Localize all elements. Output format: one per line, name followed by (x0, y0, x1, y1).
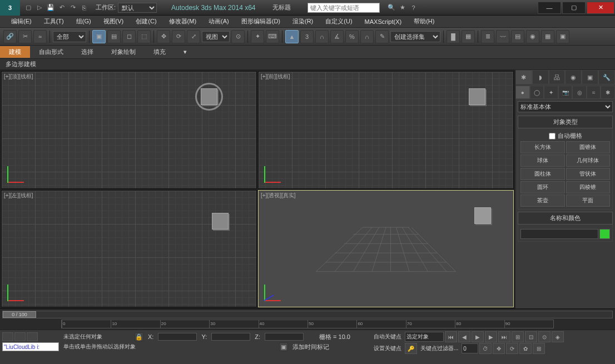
color-swatch[interactable] (599, 229, 610, 239)
open-icon[interactable]: ▷ (34, 3, 44, 13)
nav8[interactable]: ⊞ (533, 343, 545, 354)
next-frame[interactable]: ▶ (485, 331, 497, 342)
curve-editor-tool[interactable]: 〰 (496, 30, 509, 43)
menu-创建(C)[interactable]: 创建(C) (130, 16, 162, 27)
create-几何球体[interactable]: 几何球体 (566, 154, 611, 167)
autogrid-checkbox[interactable] (549, 133, 556, 139)
create-四棱锥[interactable]: 四棱锥 (566, 181, 611, 193)
selection-filter[interactable]: 全部 (53, 31, 86, 42)
menu-组(G)[interactable]: 组(G) (71, 16, 97, 27)
redo-icon[interactable]: ↷ (68, 3, 78, 13)
time-slider[interactable]: 0 / 100 (2, 311, 613, 318)
nav4[interactable]: ◈ (552, 331, 564, 342)
create-平面[interactable]: 平面 (566, 195, 611, 207)
z-coord[interactable] (265, 333, 304, 341)
scale-tool[interactable]: ⤢ (187, 30, 200, 43)
move-tool[interactable]: ✥ (157, 30, 170, 43)
sel-obj-input[interactable] (405, 332, 444, 342)
binoculars-icon[interactable]: 🔍 (386, 3, 396, 13)
save-icon[interactable]: 💾 (46, 3, 56, 13)
menu-帮助(H)[interactable]: 帮助(H) (408, 16, 440, 27)
rollout-objtype[interactable]: 对象类型 (518, 116, 613, 128)
ribbon-dropdown-icon[interactable]: ▾ (175, 47, 196, 57)
ribbon-tab[interactable]: 选择 (72, 46, 102, 58)
modify-tab[interactable]: ◗ (532, 70, 549, 84)
key-icon[interactable]: 🔑 (405, 343, 417, 354)
percent-tool[interactable]: % (345, 30, 359, 43)
select-name-tool[interactable]: ▤ (107, 30, 121, 43)
create-圆锥体[interactable]: 圆锥体 (566, 141, 611, 153)
time-config[interactable]: ⏱ (479, 343, 492, 354)
time-thumb[interactable]: 0 / 100 (3, 311, 36, 318)
marker-icon[interactable]: ▣ (279, 342, 288, 351)
nav3[interactable]: ⊙ (538, 331, 550, 342)
pivot-tool[interactable]: ⊙ (231, 30, 245, 43)
unlink-tool[interactable]: ✂ (18, 30, 32, 43)
nav2[interactable]: ⊡ (525, 331, 537, 342)
viewport-perspective[interactable]: [+][透视][真实] (258, 190, 514, 308)
keyboard-tool[interactable]: ⌨ (266, 30, 279, 43)
named-sel-set[interactable]: 创建选择集 (390, 31, 440, 42)
window-cross-tool[interactable]: ⬚ (137, 30, 151, 43)
menu-工具(T)[interactable]: 工具(T) (38, 16, 70, 27)
create-圆环[interactable]: 圆环 (520, 181, 565, 193)
schematic-tool[interactable]: ▤ (511, 30, 524, 43)
menu-编辑(E)[interactable]: 编辑(E) (6, 16, 37, 27)
rect-select-tool[interactable]: ◻ (122, 30, 136, 43)
new-icon[interactable]: ▢ (23, 3, 33, 13)
nav6[interactable]: ⟳ (506, 343, 518, 354)
menu-自定义(U)[interactable]: 自定义(U) (320, 16, 358, 27)
layers-tool[interactable]: ≣ (481, 30, 494, 43)
link-tool[interactable]: 🔗 (3, 30, 17, 43)
track-ruler[interactable]: 0102030405060708090100 (61, 320, 554, 328)
undo-icon[interactable]: ↶ (57, 3, 67, 13)
lights-subtab[interactable]: ✦ (544, 86, 558, 99)
script-listener[interactable] (2, 342, 59, 351)
viewport-top[interactable]: [+][顶][线框] (1, 71, 257, 189)
spacewarps-subtab[interactable]: ≈ (587, 86, 601, 99)
cameras-subtab[interactable]: 📷 (558, 86, 573, 99)
edit-named-sel[interactable]: ✎ (375, 30, 389, 43)
lock-icon[interactable]: 🔒 (135, 332, 143, 341)
create-长方体[interactable]: 长方体 (520, 141, 565, 153)
magnet-tool[interactable]: ∩ (360, 30, 374, 43)
render-setup-tool[interactable]: ▦ (541, 30, 554, 43)
mini-icon[interactable] (2, 332, 13, 341)
play[interactable]: ▶ (472, 331, 484, 342)
link-icon[interactable]: ⎘ (79, 3, 89, 13)
spinner-snap[interactable]: ∡ (330, 30, 344, 43)
material-tool[interactable]: ◉ (526, 30, 539, 43)
viewport-left[interactable]: [+][左][线框] (1, 190, 257, 308)
create-管状体[interactable]: 管状体 (566, 168, 611, 180)
menu-MAXScript(X)[interactable]: MAXScript(X) (359, 17, 408, 26)
mini-icon[interactable] (27, 332, 38, 341)
bind-tool[interactable]: ≈ (33, 30, 47, 43)
menu-修改器(M)[interactable]: 修改器(M) (163, 16, 202, 27)
menu-视图(V)[interactable]: 视图(V) (98, 16, 130, 27)
minimize-button[interactable]: — (538, 2, 561, 14)
systems-subtab[interactable]: ✱ (601, 86, 615, 99)
nav7[interactable]: ✿ (519, 343, 532, 354)
select-tool[interactable]: ▣ (92, 30, 106, 43)
goto-end[interactable]: ⏭ (498, 331, 510, 342)
menu-图形编辑器(D)[interactable]: 图形编辑器(D) (236, 16, 286, 27)
create-茶壶[interactable]: 茶壶 (520, 195, 565, 207)
create-球体[interactable]: 球体 (520, 154, 565, 167)
hierarchy-tab[interactable]: 品 (549, 70, 566, 84)
search-input[interactable] (308, 3, 380, 13)
percent-snap[interactable]: ∩ (315, 30, 329, 43)
object-name-input[interactable] (520, 229, 598, 239)
helpers-subtab[interactable]: ◎ (572, 86, 587, 99)
rotate-tool[interactable]: ⟳ (172, 30, 185, 43)
ribbon-tab[interactable]: 自由形式 (30, 46, 72, 58)
help-icon[interactable]: ? (409, 3, 419, 13)
create-圆柱体[interactable]: 圆柱体 (520, 168, 565, 180)
menu-动画(A)[interactable]: 动画(A) (203, 16, 235, 27)
create-tab[interactable]: ✱ (515, 70, 532, 84)
shapes-subtab[interactable]: ◯ (530, 86, 544, 99)
ribbon-sub[interactable]: 多边形建模 (0, 59, 615, 70)
maximize-button[interactable]: ▢ (562, 2, 586, 14)
ribbon-tab[interactable]: 建模 (0, 46, 30, 58)
geometry-subtab[interactable]: ● (515, 86, 530, 99)
ribbon-tab[interactable]: 对象绘制 (102, 46, 145, 58)
